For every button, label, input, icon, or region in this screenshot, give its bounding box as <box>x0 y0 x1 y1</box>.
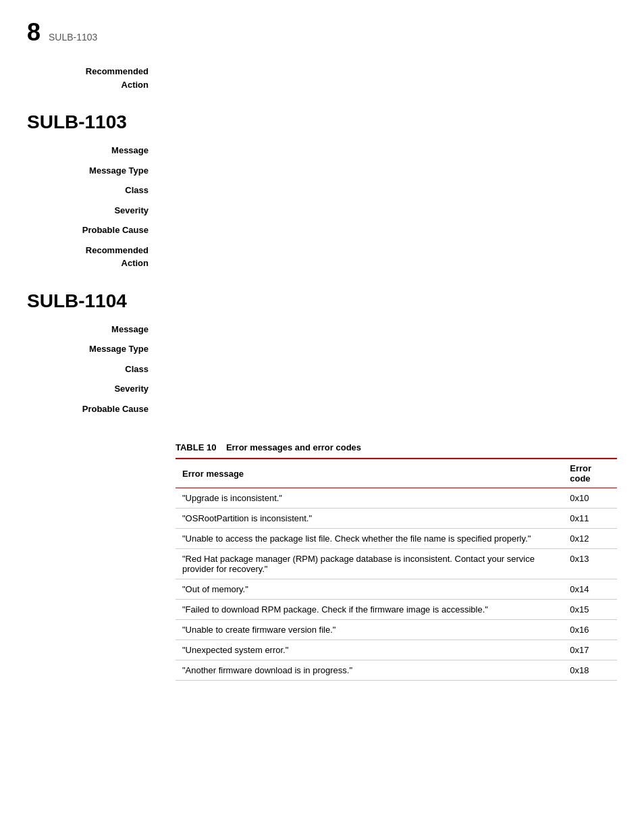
cell-error-message: "Unable to create firmware version file.… <box>176 620 563 640</box>
page-number: 8 <box>27 20 41 45</box>
cell-error-message: "OSRootPartition is inconsistent." <box>176 509 563 529</box>
field-messagetype-2: Message Type <box>27 342 617 356</box>
rec-action-top-value <box>162 65 617 91</box>
section-sulb1104: SULB-1104 Message Message Type Class Sev… <box>27 290 617 416</box>
table-row: "Unable to create firmware version file.… <box>176 620 617 640</box>
cell-error-code: 0x13 <box>563 549 617 579</box>
table-row: "OSRootPartition is inconsistent."0x11 <box>176 509 617 529</box>
col-error-message: Error message <box>176 459 563 488</box>
rec-action-top-label: RecommendedAction <box>27 65 162 91</box>
error-table: Error message Error code "Upgrade is inc… <box>176 458 617 681</box>
field-probcause-1: Probable Cause <box>27 224 617 237</box>
cell-error-code: 0x18 <box>563 660 617 681</box>
rec-action-top-row: RecommendedAction <box>27 65 617 91</box>
field-message-1: Message <box>27 144 617 157</box>
value-severity-1 <box>162 204 617 217</box>
field-messagetype-1: Message Type <box>27 164 617 178</box>
table-header-row: Error message Error code <box>176 459 617 488</box>
cell-error-message: "Upgrade is inconsistent." <box>176 488 563 509</box>
field-class-1: Class <box>27 184 617 197</box>
cell-error-message: "Red Hat package manager (RPM) package d… <box>176 549 563 579</box>
value-probcause-2 <box>162 402 617 416</box>
label-class-1: Class <box>27 184 162 197</box>
label-probcause-1: Probable Cause <box>27 224 162 237</box>
table-number: TABLE 10 <box>176 442 216 452</box>
cell-error-code: 0x15 <box>563 600 617 620</box>
table-row: "Another firmware download is in progres… <box>176 660 617 681</box>
value-recaction-1 <box>162 244 617 270</box>
field-class-2: Class <box>27 363 617 376</box>
cell-error-code: 0x14 <box>563 579 617 600</box>
value-message-1 <box>162 144 617 157</box>
table-row: "Failed to download RPM package. Check i… <box>176 600 617 620</box>
page-header: 8 SULB-1103 <box>27 20 617 45</box>
table-container: TABLE 10 Error messages and error codes … <box>176 442 617 681</box>
label-messagetype-1: Message Type <box>27 164 162 178</box>
label-message-1: Message <box>27 144 162 157</box>
field-recaction-1: RecommendedAction <box>27 244 617 270</box>
field-probcause-2: Probable Cause <box>27 402 617 416</box>
field-severity-1: Severity <box>27 204 617 217</box>
section-sulb1103: SULB-1103 Message Message Type Class Sev… <box>27 111 617 270</box>
section2-title: SULB-1104 <box>27 290 617 312</box>
table-description: Error messages and error codes <box>226 442 361 452</box>
value-severity-2 <box>162 382 617 396</box>
table-label: TABLE 10 Error messages and error codes <box>176 442 617 452</box>
col-error-code: Error code <box>563 459 617 488</box>
cell-error-code: 0x16 <box>563 620 617 640</box>
label-severity-2: Severity <box>27 382 162 396</box>
label-severity-1: Severity <box>27 204 162 217</box>
label-recaction-1: RecommendedAction <box>27 244 162 270</box>
table-row: "Red Hat package manager (RPM) package d… <box>176 549 617 579</box>
value-class-1 <box>162 184 617 197</box>
field-severity-2: Severity <box>27 382 617 396</box>
label-message-2: Message <box>27 323 162 336</box>
label-messagetype-2: Message Type <box>27 342 162 356</box>
cell-error-code: 0x11 <box>563 509 617 529</box>
cell-error-code: 0x10 <box>563 488 617 509</box>
value-class-2 <box>162 363 617 376</box>
value-messagetype-2 <box>162 342 617 356</box>
cell-error-message: "Unexpected system error." <box>176 640 563 660</box>
cell-error-message: "Another firmware download is in progres… <box>176 660 563 681</box>
table-row: "Upgrade is inconsistent."0x10 <box>176 488 617 509</box>
value-messagetype-1 <box>162 164 617 178</box>
cell-error-code: 0x12 <box>563 529 617 549</box>
cell-error-message: "Unable to access the package list file.… <box>176 529 563 549</box>
page-subtitle: SULB-1103 <box>49 32 97 43</box>
table-row: "Unexpected system error."0x17 <box>176 640 617 660</box>
label-class-2: Class <box>27 363 162 376</box>
label-probcause-2: Probable Cause <box>27 402 162 416</box>
section1-title: SULB-1103 <box>27 111 617 133</box>
value-probcause-1 <box>162 224 617 237</box>
field-message-2: Message <box>27 323 617 336</box>
table-row: "Out of memory."0x14 <box>176 579 617 600</box>
cell-error-message: "Failed to download RPM package. Check i… <box>176 600 563 620</box>
cell-error-code: 0x17 <box>563 640 617 660</box>
table-row: "Unable to access the package list file.… <box>176 529 617 549</box>
value-message-2 <box>162 323 617 336</box>
cell-error-message: "Out of memory." <box>176 579 563 600</box>
